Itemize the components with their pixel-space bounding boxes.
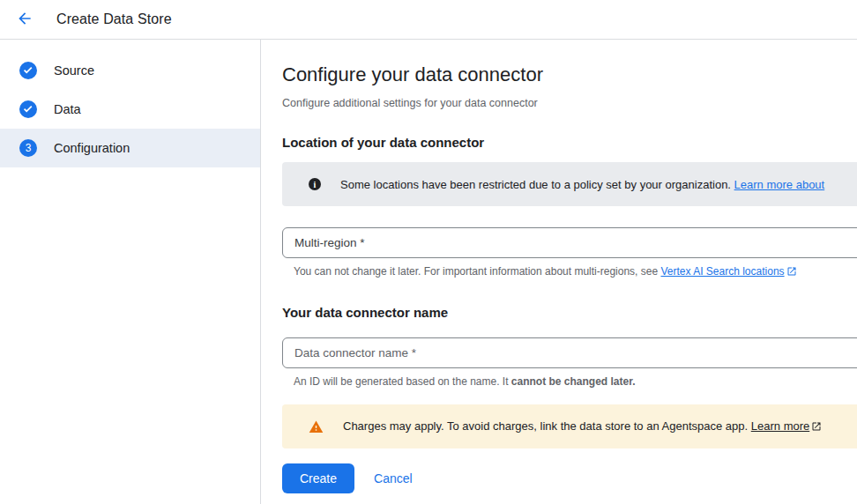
- open-in-new-icon: [811, 421, 822, 434]
- location-restriction-banner: i Some locations have been restricted du…: [282, 162, 857, 206]
- info-icon: i: [309, 178, 321, 190]
- step-number-icon: 3: [19, 139, 37, 157]
- arrow-back-icon: [16, 10, 34, 30]
- banner-message: Some locations have been restricted due …: [340, 178, 824, 191]
- cancel-button[interactable]: Cancel: [374, 471, 413, 485]
- banner-message: Charges may apply. To avoid charges, lin…: [343, 419, 822, 434]
- multi-region-field[interactable]: [282, 227, 857, 258]
- open-in-new-icon: [786, 267, 797, 279]
- form-title: Configure your data connector: [282, 63, 857, 86]
- stepper-sidebar: Source Data 3 Configuration: [0, 40, 261, 504]
- learn-more-restrictions-link[interactable]: Learn more about: [734, 178, 825, 191]
- back-button[interactable]: [14, 9, 35, 30]
- check-circle-icon: [19, 62, 37, 79]
- location-section-heading: Location of your data connector: [282, 135, 857, 150]
- data-connector-name-input[interactable]: [282, 337, 857, 368]
- check-circle-icon: [19, 100, 37, 118]
- region-helper-text: You can not change it later. For importa…: [282, 265, 857, 279]
- form-subtitle: Configure additional settings for your d…: [282, 97, 857, 109]
- create-button[interactable]: Create: [282, 463, 354, 493]
- name-section-heading: Your data connector name: [282, 305, 857, 320]
- name-helper-text: An ID will be generated based on the nam…: [282, 375, 857, 388]
- step-label: Source: [54, 63, 94, 78]
- page-header: Create Data Store: [0, 0, 857, 40]
- learn-more-charges-link[interactable]: Learn more: [751, 419, 809, 433]
- step-data[interactable]: Data: [0, 90, 260, 129]
- vertex-ai-search-locations-link[interactable]: Vertex AI Search locations: [660, 265, 796, 278]
- charges-warning-banner: Charges may apply. To avoid charges, lin…: [282, 404, 857, 448]
- warning-icon: [309, 419, 324, 434]
- step-source[interactable]: Source: [0, 51, 260, 90]
- step-configuration[interactable]: 3 Configuration: [0, 129, 260, 167]
- step-label: Configuration: [54, 141, 130, 155]
- page-title: Create Data Store: [56, 11, 172, 27]
- main-panel: Configure your data connector Configure …: [261, 40, 857, 504]
- step-label: Data: [54, 102, 81, 116]
- form-actions: Create Cancel: [282, 463, 857, 493]
